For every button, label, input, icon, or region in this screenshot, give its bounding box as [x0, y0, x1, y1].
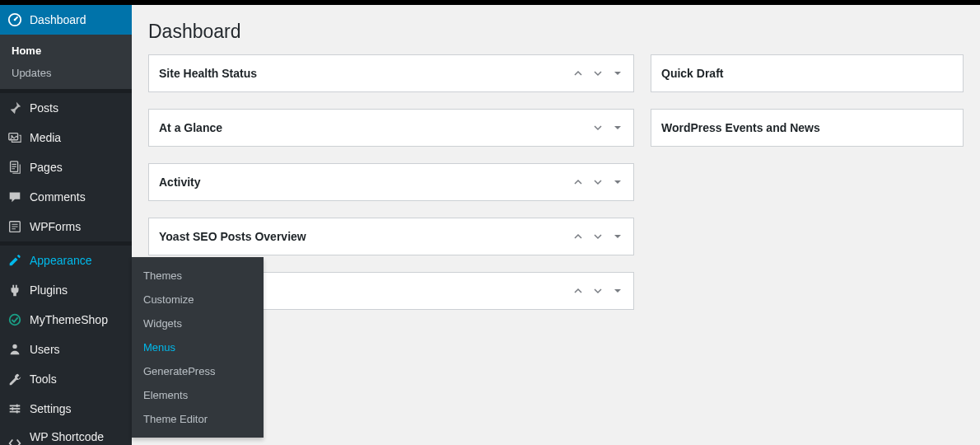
postbox-header[interactable]: WordPress Events and News: [651, 110, 963, 146]
svg-point-7: [12, 344, 16, 349]
menu-label: WP Shortcode Pro: [30, 430, 124, 445]
menu-label: Appearance: [30, 254, 124, 267]
postbox-yoast-seo: Yoast SEO Posts Overview: [148, 218, 634, 255]
postbox-title: Site Health Status: [159, 67, 572, 80]
toggle-icon[interactable]: [612, 122, 623, 134]
postbox-title: WordPress Events and News: [661, 121, 953, 134]
pages-icon: [7, 159, 23, 176]
move-down-icon[interactable]: [592, 122, 604, 134]
pin-icon: [7, 100, 23, 116]
move-up-icon[interactable]: [572, 68, 584, 79]
toggle-icon[interactable]: [612, 285, 623, 297]
move-up-icon[interactable]: [572, 231, 584, 242]
flyout-item-menus[interactable]: Menus: [132, 335, 264, 359]
toggle-icon[interactable]: [612, 68, 623, 79]
appearance-flyout: Themes Customize Widgets Menus GenerateP…: [132, 257, 264, 438]
postbox-header[interactable]: At a Glance: [149, 110, 633, 146]
sidebar-item-users[interactable]: Users: [0, 335, 132, 364]
dashboard-icon: [7, 12, 23, 28]
postbox-wp-events: WordPress Events and News: [651, 109, 964, 147]
svg-rect-8: [10, 405, 21, 407]
submenu-item-home[interactable]: Home: [0, 40, 132, 62]
svg-rect-11: [16, 405, 18, 408]
handle-actions: [572, 285, 623, 297]
toggle-icon[interactable]: [612, 176, 623, 188]
sidebar-item-media[interactable]: Media: [0, 123, 132, 152]
flyout-item-elements[interactable]: Elements: [132, 383, 264, 407]
handle-actions: [572, 122, 623, 134]
postbox-header[interactable]: Quick Draft: [651, 55, 963, 91]
media-icon: [7, 129, 23, 146]
sidebar-item-plugins[interactable]: Plugins: [0, 275, 132, 305]
move-up-icon[interactable]: [572, 285, 584, 297]
sidebar-item-dashboard[interactable]: Dashboard: [0, 5, 132, 35]
postbox-site-health: Site Health Status: [148, 54, 634, 92]
sidebar-item-settings[interactable]: Settings: [0, 394, 132, 424]
flyout-item-widgets[interactable]: Widgets: [132, 312, 264, 335]
postbox-title: Quick Draft: [661, 67, 953, 80]
menu-label: Media: [30, 131, 124, 144]
move-down-icon[interactable]: [592, 231, 604, 242]
shortcode-icon: [7, 435, 23, 445]
sidebar-item-appearance[interactable]: Appearance: [0, 246, 132, 275]
postbox-quick-draft: Quick Draft: [651, 54, 964, 92]
menu-label: Users: [30, 343, 124, 356]
postbox-at-a-glance: At a Glance: [148, 109, 634, 147]
menu-label: Dashboard: [30, 13, 124, 26]
move-up-icon[interactable]: [572, 122, 584, 134]
menu-label: WPForms: [30, 220, 124, 233]
toggle-icon[interactable]: [612, 231, 623, 242]
sidebar-item-wp-shortcode-pro[interactable]: WP Shortcode Pro: [0, 424, 132, 445]
sidebar-item-mythemeshop[interactable]: MyThemeShop: [0, 305, 132, 335]
appearance-icon: [7, 252, 23, 269]
users-icon: [7, 341, 23, 358]
flyout-item-generatepress[interactable]: GeneratePress: [132, 359, 264, 383]
handle-actions: [572, 176, 623, 188]
move-down-icon[interactable]: [592, 68, 604, 79]
svg-rect-10: [10, 411, 21, 413]
menu-label: Comments: [30, 190, 124, 204]
move-down-icon[interactable]: [592, 285, 604, 297]
comments-icon: [7, 189, 23, 205]
postbox-header[interactable]: Yoast SEO Posts Overview: [149, 218, 633, 255]
svg-point-6: [10, 315, 21, 326]
handle-actions: [572, 231, 623, 242]
submenu-item-updates[interactable]: Updates: [0, 62, 132, 84]
flyout-item-theme-editor[interactable]: Theme Editor: [132, 407, 264, 431]
dashboard-col-right: Quick Draft WordPress Events and News: [651, 54, 964, 310]
postbox-title: At a Glance: [159, 121, 572, 134]
admin-sidebar: Dashboard Home Updates Posts Media Pages: [0, 5, 132, 445]
sidebar-item-pages[interactable]: Pages: [0, 152, 132, 182]
menu-label: Settings: [30, 402, 124, 415]
svg-rect-12: [12, 407, 13, 410]
postbox-title: Activity: [159, 176, 572, 189]
move-up-icon[interactable]: [572, 176, 584, 188]
dashboard-columns: Site Health Status At a Glance: [148, 54, 964, 310]
menu-label: Posts: [30, 101, 124, 115]
move-down-icon[interactable]: [592, 176, 604, 188]
tools-icon: [7, 371, 23, 387]
menu-label: MyThemeShop: [30, 313, 124, 326]
menu-label: Plugins: [30, 283, 124, 297]
settings-icon: [7, 400, 23, 417]
menu-label: Tools: [30, 372, 124, 386]
postbox-header[interactable]: Activity: [149, 164, 633, 200]
postbox-activity: Activity: [148, 163, 634, 201]
postbox-title: Yoast SEO Posts Overview: [159, 230, 572, 243]
mts-icon: [7, 312, 23, 328]
handle-actions: [572, 68, 623, 79]
sidebar-item-comments[interactable]: Comments: [0, 182, 132, 212]
flyout-item-themes[interactable]: Themes: [132, 264, 264, 288]
wpforms-icon: [7, 218, 23, 235]
dashboard-submenu: Home Updates: [0, 35, 132, 89]
svg-rect-9: [10, 408, 21, 410]
sidebar-item-tools[interactable]: Tools: [0, 364, 132, 394]
page-title: Dashboard: [148, 13, 964, 54]
flyout-item-customize[interactable]: Customize: [132, 288, 264, 312]
svg-rect-13: [16, 410, 18, 414]
menu-label: Pages: [30, 161, 124, 174]
sidebar-item-wpforms[interactable]: WPForms: [0, 212, 132, 241]
plugins-icon: [7, 282, 23, 298]
postbox-header[interactable]: Site Health Status: [149, 55, 633, 91]
sidebar-item-posts[interactable]: Posts: [0, 93, 132, 123]
